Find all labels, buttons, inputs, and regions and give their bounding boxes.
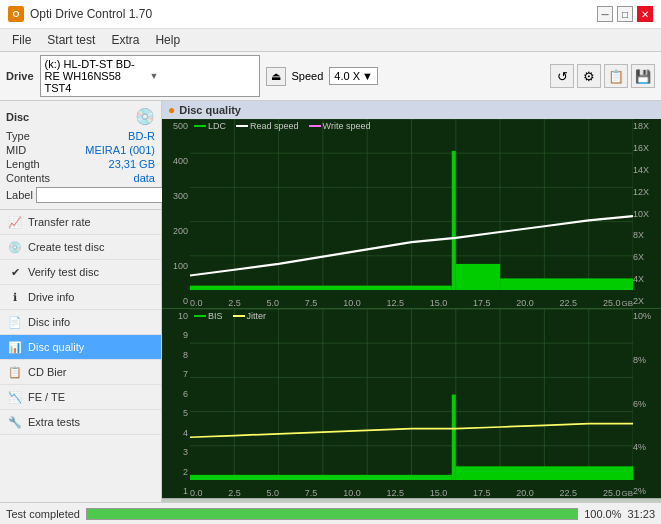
read-speed-legend-color: [236, 125, 248, 127]
titlebar: O Opti Drive Control 1.70 ─ □ ✕: [0, 0, 661, 29]
drive-dropdown-arrow: ▼: [150, 71, 255, 81]
refresh-button[interactable]: ↺: [550, 64, 574, 88]
write-speed-legend-label: Write speed: [323, 121, 371, 131]
x-0: 0.0: [190, 298, 203, 308]
disc-contents-value: data: [134, 172, 155, 184]
settings-button[interactable]: ⚙: [577, 64, 601, 88]
x-12-5: 12.5: [386, 298, 404, 308]
bis-y-6pct: 6%: [633, 399, 661, 409]
sidebar-item-disc-info[interactable]: 📄 Disc info: [0, 310, 161, 335]
svg-rect-16: [190, 286, 452, 290]
sidebar-menu: 📈 Transfer rate 💿 Create test disc ✔ Ver…: [0, 210, 161, 524]
disc-type-label: Type: [6, 130, 30, 142]
bis-y-3: 3: [162, 447, 190, 457]
jitter-legend-color: [233, 315, 245, 317]
progress-percent: 100.0%: [584, 508, 621, 520]
content-area: ● Disc quality 500 400 300 200 100 0 1: [162, 101, 661, 524]
create-test-disc-icon: 💿: [8, 240, 22, 254]
disc-header: Disc 💿: [6, 107, 155, 126]
top-legend: LDC Read speed Write speed: [194, 121, 370, 131]
menu-start-test[interactable]: Start test: [39, 31, 103, 49]
disc-mid-label: MID: [6, 144, 26, 156]
top-x-axis: 0.0 2.5 5.0 7.5 10.0 12.5 15.0 17.5 20.0…: [190, 298, 633, 308]
sidebar-item-extra-tests[interactable]: 🔧 Extra tests: [0, 410, 161, 435]
fe-te-icon: 📉: [8, 390, 22, 404]
progress-time: 31:23: [627, 508, 655, 520]
sidebar-item-fe-te[interactable]: 📉 FE / TE: [0, 385, 161, 410]
bis-y-1: 1: [162, 486, 190, 496]
bis-chart: 10 9 8 7 6 5 4 3 2 1 10% 8% 6% 4%: [162, 309, 661, 498]
bis-y-2: 2: [162, 467, 190, 477]
x-7-5: 7.5: [305, 298, 318, 308]
y-axis-0: 0: [162, 296, 190, 306]
disc-type-value: BD-R: [128, 130, 155, 142]
toolbar: Drive (k:) HL-DT-ST BD-RE WH16NS58 TST4 …: [0, 52, 661, 101]
sidebar-item-label: Disc info: [28, 316, 70, 328]
sidebar-item-label: Transfer rate: [28, 216, 91, 228]
sidebar-item-label: Drive info: [28, 291, 74, 303]
y-axis-500: 500: [162, 121, 190, 131]
y-axis-100: 100: [162, 261, 190, 271]
y-axis-8x: 8X: [633, 230, 661, 240]
minimize-button[interactable]: ─: [597, 6, 613, 22]
disc-mid-value: MEIRA1 (001): [85, 144, 155, 156]
jitter-legend-label: Jitter: [247, 311, 267, 321]
disc-mid-row: MID MEIRA1 (001): [6, 144, 155, 156]
copy-button[interactable]: 📋: [604, 64, 628, 88]
svg-rect-37: [452, 395, 456, 481]
x-2-5: 2.5: [228, 298, 241, 308]
progress-bar-fill: [87, 509, 577, 519]
y-axis-300: 300: [162, 191, 190, 201]
x-25-gb: 25.0GB: [603, 298, 633, 308]
drive-dropdown[interactable]: (k:) HL-DT-ST BD-RE WH16NS58 TST4 ▼: [40, 55, 260, 97]
bis-y-4: 4: [162, 428, 190, 438]
close-button[interactable]: ✕: [637, 6, 653, 22]
bx-15: 15.0: [430, 488, 448, 498]
y-axis-10x: 10X: [633, 209, 661, 219]
ldc-legend: LDC: [194, 121, 226, 131]
sidebar-item-create-test-disc[interactable]: 💿 Create test disc: [0, 235, 161, 260]
bis-y-10pct: 10%: [633, 311, 661, 321]
x-17-5: 17.5: [473, 298, 491, 308]
menu-file[interactable]: File: [4, 31, 39, 49]
disc-length-label: Length: [6, 158, 40, 170]
speed-dropdown[interactable]: 4.0 X ▼: [329, 67, 378, 85]
eject-button[interactable]: ⏏: [266, 67, 286, 86]
app-icon: O: [8, 6, 24, 22]
bx-5: 5.0: [267, 488, 280, 498]
bis-y-10: 10: [162, 311, 190, 321]
disc-label-input[interactable]: [36, 187, 169, 203]
disc-title: Disc: [6, 111, 29, 123]
speed-label: Speed: [292, 70, 324, 82]
titlebar-title: Opti Drive Control 1.70: [30, 7, 152, 21]
menu-help[interactable]: Help: [147, 31, 188, 49]
svg-rect-18: [456, 264, 500, 290]
y-axis-4x: 4X: [633, 274, 661, 284]
maximize-button[interactable]: □: [617, 6, 633, 22]
ldc-chart: 500 400 300 200 100 0 18X 16X 14X 12X 10…: [162, 119, 661, 309]
sidebar-item-drive-info[interactable]: ℹ Drive info: [0, 285, 161, 310]
bis-y-4pct: 4%: [633, 442, 661, 452]
svg-rect-19: [500, 278, 633, 290]
menu-extra[interactable]: Extra: [103, 31, 147, 49]
bis-y-9: 9: [162, 330, 190, 340]
bottom-x-axis: 0.0 2.5 5.0 7.5 10.0 12.5 15.0 17.5 20.0…: [190, 488, 633, 498]
main-container: Disc 💿 Type BD-R MID MEIRA1 (001) Length…: [0, 101, 661, 524]
sidebar-item-cd-bier[interactable]: 📋 CD Bier: [0, 360, 161, 385]
sidebar-item-transfer-rate[interactable]: 📈 Transfer rate: [0, 210, 161, 235]
sidebar-item-disc-quality[interactable]: 📊 Disc quality: [0, 335, 161, 360]
disc-label-label: Label: [6, 189, 33, 201]
sidebar-item-label: FE / TE: [28, 391, 65, 403]
save-button[interactable]: 💾: [631, 64, 655, 88]
bis-legend: BIS: [194, 311, 223, 321]
dq-title: Disc quality: [179, 104, 241, 116]
status-completed: Test completed: [6, 508, 80, 520]
y-axis-16x: 16X: [633, 143, 661, 153]
y-axis-2x: 2X: [633, 296, 661, 306]
drive-value: (k:) HL-DT-ST BD-RE WH16NS58 TST4: [45, 58, 150, 94]
sidebar-item-verify-test-disc[interactable]: ✔ Verify test disc: [0, 260, 161, 285]
bis-y-2pct: 2%: [633, 486, 661, 496]
disc-info-icon: 📄: [8, 315, 22, 329]
disc-length-value: 23,31 GB: [109, 158, 155, 170]
y-axis-6x: 6X: [633, 252, 661, 262]
